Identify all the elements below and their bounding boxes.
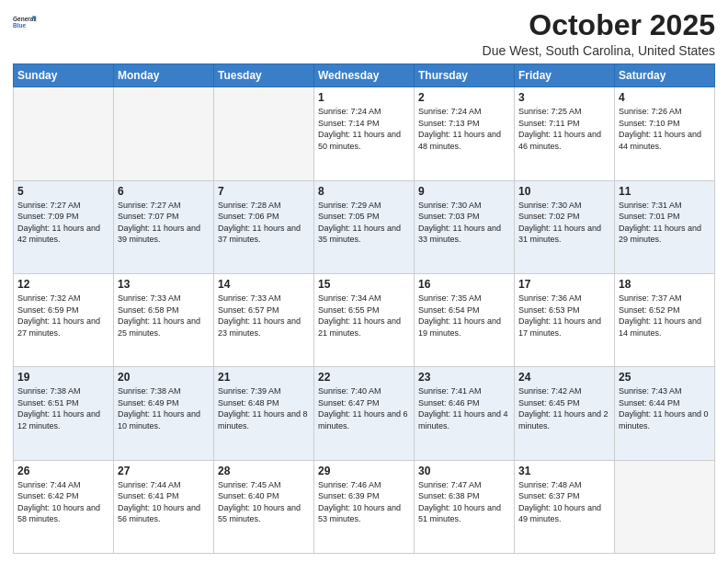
title-block: October 2025 Due West, South Carolina, U…: [483, 9, 715, 58]
calendar-cell-w2-d2: 6Sunrise: 7:27 AM Sunset: 7:07 PM Daylig…: [114, 180, 214, 273]
day-info: Sunrise: 7:24 AM Sunset: 7:14 PM Dayligh…: [318, 106, 410, 152]
day-info: Sunrise: 7:45 AM Sunset: 6:40 PM Dayligh…: [218, 479, 310, 525]
page: GeneralBlue October 2025 Due West, South…: [0, 0, 728, 563]
calendar-week-1: 1Sunrise: 7:24 AM Sunset: 7:14 PM Daylig…: [14, 87, 715, 180]
day-number: 18: [619, 278, 711, 291]
day-info: Sunrise: 7:47 AM Sunset: 6:38 PM Dayligh…: [418, 479, 510, 525]
calendar-cell-w5-d3: 28Sunrise: 7:45 AM Sunset: 6:40 PM Dayli…: [214, 460, 314, 553]
calendar-cell-w3-d4: 15Sunrise: 7:34 AM Sunset: 6:55 PM Dayli…: [314, 273, 415, 366]
day-number: 9: [418, 185, 510, 198]
calendar: Sunday Monday Tuesday Wednesday Thursday…: [13, 63, 715, 554]
calendar-cell-w2-d5: 9Sunrise: 7:30 AM Sunset: 7:03 PM Daylig…: [415, 180, 515, 273]
day-info: Sunrise: 7:32 AM Sunset: 6:59 PM Dayligh…: [17, 293, 109, 339]
day-info: Sunrise: 7:26 AM Sunset: 7:10 PM Dayligh…: [619, 106, 711, 152]
calendar-week-5: 26Sunrise: 7:44 AM Sunset: 6:42 PM Dayli…: [14, 460, 715, 553]
calendar-cell-w1-d4: 1Sunrise: 7:24 AM Sunset: 7:14 PM Daylig…: [314, 87, 415, 180]
day-number: 13: [118, 278, 210, 291]
header-wednesday: Wednesday: [314, 64, 415, 87]
location: Due West, South Carolina, United States: [483, 43, 715, 58]
svg-text:Blue: Blue: [13, 22, 26, 29]
calendar-cell-w3-d6: 17Sunrise: 7:36 AM Sunset: 6:53 PM Dayli…: [515, 273, 615, 366]
day-number: 23: [418, 371, 510, 384]
logo: GeneralBlue: [13, 9, 39, 35]
calendar-cell-w1-d3: [214, 87, 314, 180]
day-info: Sunrise: 7:40 AM Sunset: 6:47 PM Dayligh…: [318, 385, 410, 431]
day-info: Sunrise: 7:24 AM Sunset: 7:13 PM Dayligh…: [418, 106, 510, 152]
day-info: Sunrise: 7:39 AM Sunset: 6:48 PM Dayligh…: [218, 385, 310, 431]
day-info: Sunrise: 7:30 AM Sunset: 7:02 PM Dayligh…: [518, 200, 610, 246]
day-info: Sunrise: 7:28 AM Sunset: 7:06 PM Dayligh…: [218, 200, 310, 246]
header-thursday: Thursday: [415, 64, 515, 87]
header-friday: Friday: [515, 64, 615, 87]
day-info: Sunrise: 7:31 AM Sunset: 7:01 PM Dayligh…: [619, 200, 711, 246]
day-info: Sunrise: 7:46 AM Sunset: 6:39 PM Dayligh…: [318, 479, 410, 525]
day-info: Sunrise: 7:41 AM Sunset: 6:46 PM Dayligh…: [418, 385, 510, 431]
day-number: 29: [318, 465, 410, 477]
day-info: Sunrise: 7:43 AM Sunset: 6:44 PM Dayligh…: [619, 385, 711, 431]
calendar-cell-w2-d7: 11Sunrise: 7:31 AM Sunset: 7:01 PM Dayli…: [615, 180, 715, 273]
calendar-week-2: 5Sunrise: 7:27 AM Sunset: 7:09 PM Daylig…: [14, 180, 715, 273]
calendar-cell-w2-d6: 10Sunrise: 7:30 AM Sunset: 7:02 PM Dayli…: [515, 180, 615, 273]
day-info: Sunrise: 7:48 AM Sunset: 6:37 PM Dayligh…: [518, 479, 610, 525]
day-number: 25: [619, 371, 711, 384]
calendar-cell-w4-d7: 25Sunrise: 7:43 AM Sunset: 6:44 PM Dayli…: [615, 367, 715, 460]
day-info: Sunrise: 7:44 AM Sunset: 6:41 PM Dayligh…: [118, 479, 210, 525]
day-info: Sunrise: 7:29 AM Sunset: 7:05 PM Dayligh…: [318, 200, 410, 246]
day-info: Sunrise: 7:27 AM Sunset: 7:07 PM Dayligh…: [118, 200, 210, 246]
day-number: 12: [17, 278, 109, 291]
day-info: Sunrise: 7:27 AM Sunset: 7:09 PM Dayligh…: [17, 200, 109, 246]
calendar-cell-w5-d4: 29Sunrise: 7:46 AM Sunset: 6:39 PM Dayli…: [314, 460, 415, 553]
header-saturday: Saturday: [615, 64, 715, 87]
calendar-cell-w4-d1: 19Sunrise: 7:38 AM Sunset: 6:51 PM Dayli…: [14, 367, 114, 460]
calendar-cell-w5-d1: 26Sunrise: 7:44 AM Sunset: 6:42 PM Dayli…: [14, 460, 114, 553]
day-number: 6: [118, 185, 210, 198]
day-number: 4: [619, 91, 711, 104]
calendar-cell-w1-d1: [14, 87, 114, 180]
day-number: 19: [17, 371, 109, 384]
day-number: 8: [318, 185, 410, 198]
calendar-week-3: 12Sunrise: 7:32 AM Sunset: 6:59 PM Dayli…: [14, 273, 715, 366]
day-number: 7: [218, 185, 310, 198]
calendar-cell-w4-d2: 20Sunrise: 7:38 AM Sunset: 6:49 PM Dayli…: [114, 367, 214, 460]
calendar-cell-w5-d7: [615, 460, 715, 553]
calendar-cell-w1-d5: 2Sunrise: 7:24 AM Sunset: 7:13 PM Daylig…: [415, 87, 515, 180]
day-number: 21: [218, 371, 310, 384]
calendar-cell-w3-d7: 18Sunrise: 7:37 AM Sunset: 6:52 PM Dayli…: [615, 273, 715, 366]
calendar-cell-w4-d4: 22Sunrise: 7:40 AM Sunset: 6:47 PM Dayli…: [314, 367, 415, 460]
day-info: Sunrise: 7:35 AM Sunset: 6:54 PM Dayligh…: [418, 293, 510, 339]
day-number: 30: [418, 465, 510, 477]
calendar-cell-w5-d6: 31Sunrise: 7:48 AM Sunset: 6:37 PM Dayli…: [515, 460, 615, 553]
header-sunday: Sunday: [14, 64, 114, 87]
day-number: 5: [17, 185, 109, 198]
calendar-cell-w4-d5: 23Sunrise: 7:41 AM Sunset: 6:46 PM Dayli…: [415, 367, 515, 460]
day-info: Sunrise: 7:44 AM Sunset: 6:42 PM Dayligh…: [17, 479, 109, 525]
calendar-cell-w1-d7: 4Sunrise: 7:26 AM Sunset: 7:10 PM Daylig…: [615, 87, 715, 180]
day-info: Sunrise: 7:38 AM Sunset: 6:51 PM Dayligh…: [17, 385, 109, 431]
calendar-cell-w2-d3: 7Sunrise: 7:28 AM Sunset: 7:06 PM Daylig…: [214, 180, 314, 273]
day-info: Sunrise: 7:38 AM Sunset: 6:49 PM Dayligh…: [118, 385, 210, 431]
day-info: Sunrise: 7:42 AM Sunset: 6:45 PM Dayligh…: [518, 385, 610, 431]
header-monday: Monday: [114, 64, 214, 87]
day-info: Sunrise: 7:33 AM Sunset: 6:58 PM Dayligh…: [118, 293, 210, 339]
calendar-cell-w4-d6: 24Sunrise: 7:42 AM Sunset: 6:45 PM Dayli…: [515, 367, 615, 460]
day-number: 10: [518, 185, 610, 198]
calendar-cell-w3-d5: 16Sunrise: 7:35 AM Sunset: 6:54 PM Dayli…: [415, 273, 515, 366]
calendar-week-4: 19Sunrise: 7:38 AM Sunset: 6:51 PM Dayli…: [14, 367, 715, 460]
day-number: 17: [518, 278, 610, 291]
calendar-cell-w3-d1: 12Sunrise: 7:32 AM Sunset: 6:59 PM Dayli…: [14, 273, 114, 366]
header-tuesday: Tuesday: [214, 64, 314, 87]
day-number: 28: [218, 465, 310, 477]
day-number: 22: [318, 371, 410, 384]
calendar-header-row: Sunday Monday Tuesday Wednesday Thursday…: [14, 64, 715, 87]
calendar-cell-w1-d6: 3Sunrise: 7:25 AM Sunset: 7:11 PM Daylig…: [515, 87, 615, 180]
day-number: 16: [418, 278, 510, 291]
day-number: 2: [418, 91, 510, 104]
header: GeneralBlue October 2025 Due West, South…: [13, 9, 715, 58]
day-number: 26: [17, 465, 109, 477]
day-number: 20: [118, 371, 210, 384]
calendar-cell-w2-d4: 8Sunrise: 7:29 AM Sunset: 7:05 PM Daylig…: [314, 180, 415, 273]
day-number: 11: [619, 185, 711, 198]
day-info: Sunrise: 7:25 AM Sunset: 7:11 PM Dayligh…: [518, 106, 610, 152]
logo-icon: GeneralBlue: [13, 9, 39, 35]
day-info: Sunrise: 7:30 AM Sunset: 7:03 PM Dayligh…: [418, 200, 510, 246]
